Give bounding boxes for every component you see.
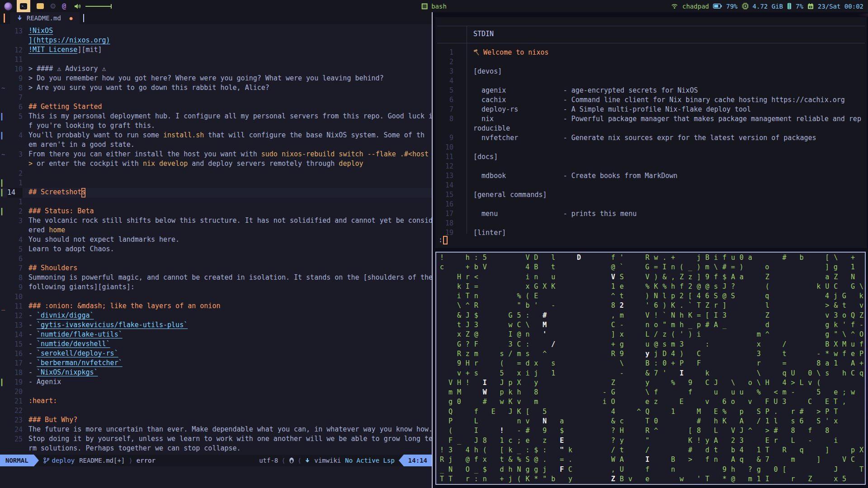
statusline-right: utf-8 ⟨ ⟨ vimwiki No Active Lsp 14:14 [259,455,432,466]
gear-icon[interactable]: ⚙ [50,2,56,10]
pager-line: 4 [435,76,867,86]
editor-line[interactable]: 11 [0,55,432,65]
text-segment: ### :onion: &mdash; like the layers of a… [28,302,220,311]
volume-slider[interactable] [85,6,112,7]
editor-line[interactable]: 2 [0,169,432,178]
editor-line[interactable]: em aren't in a good state. [0,141,432,150]
gutter-sign-icon: ▎ [0,131,7,141]
editor-line[interactable]: _11### :onion: &mdash; like the layers o… [0,302,432,311]
editor-line[interactable]: 7 [0,93,432,103]
line-number [7,160,23,169]
terminal-icon[interactable]: >_ [17,0,30,12]
editor-line[interactable]: ▎19- Agenix [0,378,432,387]
pager-prompt[interactable]: : [439,235,448,245]
editor-line[interactable]: ▎5This is my personal deployment hub. I … [0,112,432,122]
line-number: 8 [7,84,23,93]
pager-line-number: 18 [435,219,453,228]
matrix-row: v+s 5 xij 1 - &7' I k \ qU 0\s hCq v cW1 [440,369,865,379]
firefox-icon[interactable] [4,2,12,10]
editor-line[interactable]: ](https://nixos.org) [0,36,432,46]
pager-line-number: 15 [435,190,453,200]
editor-line[interactable]: > or enter the cockpit with nix develop … [0,160,432,169]
pager-line-number: 12 [435,162,453,171]
editor-line[interactable]: 8Summoning is powerful magic, and cannot… [0,273,432,283]
editor-line[interactable]: 12- `divnix/digga` [0,311,432,321]
editor-line[interactable]: 10 [0,292,432,302]
editor-line[interactable]: 20 [0,387,432,397]
markdown-filetype-icon [17,15,23,21]
editor-line[interactable]: 22 [0,406,432,416]
editor-line[interactable]: 7## Shoulders [0,264,432,273]
editor-line[interactable]: 10> #### ⚠ Advisory ⚠ [0,65,432,74]
editor-line[interactable]: 9following giants][giants]: [0,283,432,292]
gutter-sign [0,245,7,254]
editor-line[interactable]: ▎1 [0,178,432,188]
editor-line[interactable]: 24The future is more uncertain than ever… [0,425,432,435]
editor-line[interactable]: 18- `NixOS/nixpkgs` [0,368,432,378]
editor-line[interactable]: ered home [0,226,432,235]
editor-line[interactable]: 6 [0,254,432,264]
gutter-sign [0,254,7,264]
editor-line[interactable]: 25Stop doing it by yourself, unless we l… [0,435,432,444]
line-number [7,36,23,46]
editor-line[interactable]: f you're looking to graft this. [0,122,432,131]
speaker-icon [74,3,81,9]
text-segment: ### But Why? [28,416,77,425]
editor-line[interactable]: ~3From there you can either install the … [0,150,432,160]
statusline: NORMAL deploy README.md[+] ⟩ error utf-8… [0,455,432,466]
editor-line[interactable]: rm solutions. Perhaps together we can st… [0,444,432,454]
volume-widget[interactable] [74,3,112,9]
gutter-sign [0,235,7,245]
editor-line[interactable]: ~8> Are you sure you want to go down thi… [0,84,432,93]
git-branch[interactable]: deploy [43,457,75,464]
editor-line[interactable]: 5Learn to adopt Chaos. [0,245,432,254]
editor-line[interactable]: 13- `gytis-ivaskevicius/flake-utils-plus… [0,321,432,330]
editor-line[interactable]: 13!NixOS [0,27,432,36]
editor-line[interactable]: 3The volcanic rock still shifts below th… [0,216,432,226]
text-segment: !NixOS [28,27,53,36]
line-number [7,141,23,150]
modified-dot-icon: ● [70,15,73,21]
editor-line[interactable]: 14- `numtide/flake-utils` [0,330,432,340]
gutter-sign-icon: ~ [0,150,7,160]
gutter-sign-icon: ▎ [0,378,7,387]
gutter-sign [0,169,7,178]
editor-line[interactable]: 16- `serokell/deploy-rs` [0,349,432,359]
editor-line[interactable]: 1 [0,197,432,207]
editor-line[interactable]: 15- `numtide/devshell` [0,340,432,349]
calendar-icon[interactable] [807,3,814,9]
prompt-colon: : [439,236,443,244]
editor-line[interactable]: 17- `berberman/nvfetcher` [0,359,432,368]
editor-line[interactable]: 6## Getting Started [0,103,432,112]
tab-readme[interactable]: README.md ● [10,12,80,24]
matrix-row: !3 4h( [k_:$: "k /t / # dt b4 1T R q ] p… [440,446,865,455]
pager-line-number: 5 [435,86,453,95]
line-number [7,122,23,131]
text-segment: Summoning is powerful magic, and cannot … [28,273,432,283]
editor-line[interactable]: 21:heart: [0,397,432,406]
editor-buffer[interactable]: 13!NixOS ](https://nixos.org) 12!MIT Lic… [0,24,432,454]
gutter-sign-icon: ▎ [0,178,7,188]
editor-line[interactable]: 4You should not expect landmarks here. [0,235,432,245]
text-segment: - [28,349,37,359]
mode-indicator: NORMAL [0,455,34,466]
at-sign-icon[interactable]: @ [62,2,66,10]
pager-line-number: 7 [435,105,453,114]
editor-line[interactable]: ▎2### Status: Beta [0,207,432,216]
editor-line[interactable]: 9> Do you remember how you got here? Whe… [0,74,432,84]
line-number: 14 [7,188,23,197]
header-rule [437,43,865,43]
editor-line[interactable]: ▎14## Screetshots [0,188,432,197]
line-number: 23 [7,416,23,425]
pager-line: 17 menu - prints this menu [435,209,867,219]
text-segment: sudo nixos-rebuild switch --flake .#<hos… [261,150,429,160]
wifi-icon[interactable] [671,3,678,9]
editor-line[interactable]: 12!MIT License][mit] [0,46,432,55]
statusline-clock: 14:14 [404,455,432,466]
line-number: 16 [7,349,23,359]
editor-line[interactable]: 23### But Why? [0,416,432,425]
editor-line[interactable]: ▎4You'll probably want to run some insta… [0,131,432,141]
chat-icon[interactable] [37,3,44,9]
gutter-sign [0,226,7,235]
git-branch-icon [43,457,49,464]
